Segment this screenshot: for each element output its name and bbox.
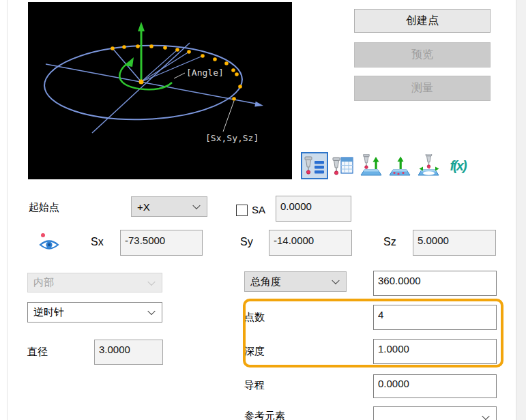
chevron-down-icon: [482, 412, 489, 420]
chevron-down-icon: [192, 202, 200, 209]
points-count-input[interactable]: [373, 305, 497, 330]
chevron-down-icon: [332, 277, 339, 284]
sx-label: Sx: [91, 236, 104, 248]
chevron-down-icon: [147, 278, 155, 285]
parameter-dialog: [Angle] [Sx,Sy,Sz] 创建点 预览 测量: [0, 0, 526, 420]
reference-element-select[interactable]: [373, 406, 497, 420]
plane-align-probe-icon[interactable]: [415, 152, 443, 179]
chevron-down-icon: [147, 308, 155, 315]
mode-toolbar: f(x): [301, 151, 471, 180]
measure-button[interactable]: 测量: [354, 76, 491, 101]
vector-arrowhead: [254, 102, 263, 107]
direction-select[interactable]: 逆时针: [27, 302, 162, 322]
surface-points-up-icon[interactable]: [387, 152, 414, 179]
probe-list-icon[interactable]: [301, 152, 328, 179]
points-count-label: 点数: [244, 311, 265, 324]
total-angle-select[interactable]: 总角度: [244, 271, 347, 292]
sy-label: Sy: [240, 236, 253, 248]
sx-input[interactable]: [120, 230, 203, 256]
create-points-button[interactable]: 创建点: [354, 9, 491, 33]
probe-table-icon[interactable]: [330, 152, 357, 179]
preview-button[interactable]: 预览: [354, 42, 491, 68]
function-icon[interactable]: f(x): [444, 152, 471, 179]
lead-input[interactable]: [373, 374, 497, 398]
angle-label: [Angle]: [186, 68, 224, 78]
sy-input[interactable]: [269, 230, 352, 256]
start-point-select[interactable]: +X: [131, 196, 207, 217]
visibility-eye-icon[interactable]: [37, 230, 61, 256]
depth-input[interactable]: [373, 339, 497, 364]
depth-label: 深度: [244, 345, 265, 358]
diameter-input[interactable]: [94, 340, 163, 365]
circle-preview-diagram: [Angle] [Sx,Sy,Sz]: [28, 2, 292, 179]
diameter-label: 直径: [27, 346, 48, 359]
center-point: [139, 80, 144, 85]
probe-point-up-icon[interactable]: [358, 152, 385, 179]
vertical-scrollbar[interactable]: [516, 0, 526, 420]
sa-label: SA: [252, 204, 265, 215]
sz-label: Sz: [383, 236, 396, 248]
reference-element-label: 参考元素: [244, 410, 285, 420]
sa-value-input[interactable]: [276, 196, 351, 222]
sa-checkbox[interactable]: [236, 205, 248, 216]
inner-outer-select: 内部: [27, 273, 162, 292]
total-angle-input[interactable]: [373, 271, 497, 296]
start-point-label: 起始点: [29, 201, 59, 214]
lead-label: 导程: [244, 379, 265, 392]
sz-input[interactable]: [413, 230, 496, 256]
start-position-label: [Sx,Sy,Sz]: [205, 133, 259, 143]
panel-divider: [7, 0, 8, 420]
